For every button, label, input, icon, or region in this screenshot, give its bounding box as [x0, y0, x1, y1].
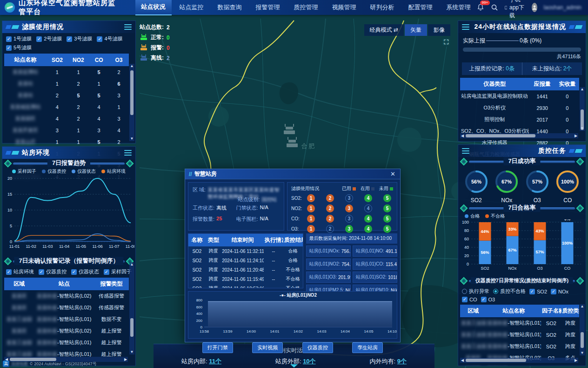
nav-item-站点状况[interactable]: 站点状况 — [135, 0, 172, 15]
abnormal-table-scrollbar[interactable]: ▲ ▼ — [580, 304, 585, 355]
bottom-stat-value[interactable]: 9个 — [397, 358, 407, 365]
factor-checkbox-NOx[interactable]: ✓NOx — [551, 289, 568, 294]
collapse-triangle-icon[interactable] — [290, 364, 298, 368]
nav-item-质控管理[interactable]: 质控管理 — [288, 0, 324, 15]
checkbox-label: O3 — [488, 297, 495, 302]
factor-checkbox-CO[interactable]: ✓CO — [462, 297, 477, 302]
nav-item-报警管理[interactable]: 报警管理 — [250, 0, 286, 15]
alarm-checkbox-仪器质控[interactable]: ✓仪器质控 — [39, 268, 67, 275]
abnormal-table-hscrollbar[interactable]: ◀ ▶ — [460, 358, 578, 363]
table-row[interactable]: 某某工业园某某街道-智慧站房(L01)SO2跨度 — [460, 341, 579, 352]
map-mode-经典模式 ⇄[interactable]: 经典模式 ⇄ — [364, 24, 404, 36]
legend-item-仪器状态[interactable]: 仪器状态 — [72, 168, 96, 175]
close-icon[interactable]: ✕ — [389, 170, 396, 177]
diamond-icon[interactable] — [576, 204, 584, 212]
diamond-icon[interactable] — [126, 160, 134, 168]
nav-item-数据查询[interactable]: 数据查询 — [212, 0, 248, 15]
diamond-icon[interactable] — [460, 158, 468, 166]
table-row[interactable]: 某某区某某街道-智慧站房(L02)传感器报警 — [4, 302, 129, 313]
modal-titlebar[interactable]: // 智慧站房 ✕ — [185, 169, 400, 179]
missing-stations-stat[interactable]: 未上报站点: 2个 — [522, 62, 582, 75]
alarm-checkbox-站房环境[interactable]: ✓站房环境 — [6, 268, 34, 275]
menu-icon[interactable] — [124, 23, 132, 31]
legend-swatch — [12, 170, 16, 173]
table-row[interactable]: SO2跨度2024-11-06 11:32:11--合格 — [188, 246, 303, 256]
table-row[interactable]: O3分析仪29300 — [460, 102, 579, 114]
table-row[interactable]: 某某监测站1152 — [4, 66, 129, 78]
qc-cell: SO2 — [188, 265, 206, 274]
table-row[interactable]: SO2跨度2024-11-06 10:53:19--不合格 — [188, 284, 303, 288]
table-row[interactable]: 站房电流监测及电源控制联动14410 — [460, 90, 579, 102]
legend-label: 仪器状态 — [77, 168, 96, 175]
nav-item-视频管理[interactable]: 视频管理 — [326, 0, 362, 15]
table-row[interactable]: 某某站1216 — [4, 78, 129, 89]
map-mode-影像[interactable]: 影像 — [428, 24, 450, 36]
filter-checkbox-5号滤膜[interactable]: ✓5号滤膜 — [6, 44, 32, 51]
nav-item-配置管理[interactable]: 配置管理 — [402, 0, 439, 15]
instrument-table-hscrollbar[interactable]: ◀ ▶ — [460, 133, 578, 138]
radio-执行异常[interactable]: 执行异常 — [462, 288, 489, 295]
nav-item-研判分析[interactable]: 研判分析 — [364, 0, 401, 15]
diamond-icon[interactable] — [4, 258, 12, 266]
table-row[interactable]: 某某区某某街道-智慧站房(L02)传感器报警 — [4, 290, 129, 302]
diamond-icon[interactable] — [4, 160, 12, 168]
table-row[interactable]: 某某工业园某某街道-智慧站房(L01)SO2跨度 — [460, 317, 579, 329]
menu-icon[interactable] — [462, 147, 469, 155]
alarm-checkbox-仪器状态[interactable]: ✓仪器状态 — [71, 268, 99, 275]
diamond-icon[interactable] — [460, 204, 468, 212]
filter-checkbox-4号滤膜[interactable]: ✓4号滤膜 — [97, 35, 122, 42]
app-download-link[interactable]: 手机app下载 — [505, 0, 525, 20]
filter-table-scrollbar[interactable]: ▲ ▼ — [129, 64, 134, 141]
alarm-checkbox-采样因子[interactable]: ✓采样因子 — [104, 268, 132, 275]
column-header: 区域 — [4, 278, 34, 290]
bottom-stat-value[interactable]: 11个 — [209, 358, 221, 365]
search-icon[interactable] — [491, 4, 498, 11]
table-row[interactable]: 某某园区4243 — [4, 113, 129, 124]
filter-checkbox-1号滤膜[interactable]: ✓1号滤膜 — [6, 35, 32, 42]
table-row[interactable]: SO2跨度2024-11-06 11:24:10--合格 — [188, 256, 303, 265]
table-row[interactable]: 某某区某某街道-智慧站房(L02)超上报警 — [4, 325, 129, 337]
diamond-icon[interactable] — [576, 158, 584, 166]
legend-item-仪器质控[interactable]: 仪器质控 — [42, 168, 66, 175]
notification-bell-icon[interactable]: 99+ — [477, 4, 484, 11]
table-row[interactable]: 某某工业园某某街道-智慧站房(L01)SO2跨度 — [460, 329, 579, 341]
diamond-icon[interactable] — [460, 277, 468, 285]
svg-text:80: 80 — [464, 228, 469, 233]
diamond-icon[interactable] — [576, 277, 584, 285]
filter-checkbox-3号滤膜[interactable]: ✓3号滤膜 — [67, 35, 92, 42]
radio-质控不合格[interactable]: 质控不合格 — [493, 288, 526, 295]
menu-icon[interactable] — [462, 23, 469, 31]
table-row[interactable]: 某某工业园某某街道-智慧站房(L01)超上报警 — [4, 348, 129, 358]
factor-checkbox-O3[interactable]: ✓O3 — [481, 297, 495, 302]
alarm-table: 区域站点报警类型某某区某某街道-智慧站房(L02)传感器报警某某区某某街道-智慧… — [2, 278, 135, 358]
legend-item-站房环境[interactable]: 站房环境 — [101, 168, 126, 175]
nav-item-系统管理[interactable]: 系统管理 — [441, 0, 477, 15]
filter-checkbox-2号滤膜[interactable]: ✓2号滤膜 — [36, 35, 62, 42]
nav-item-站点监控[interactable]: 站点监控 — [174, 0, 210, 15]
table-row[interactable]: SO2跨度2024-11-06 11:15:49--不合格 — [188, 274, 303, 284]
table-row[interactable]: SO2跨度2024-11-06 11:20:48--不合格 — [188, 265, 303, 274]
table-row[interactable]: 某某城监测站4241 — [4, 101, 129, 113]
factor-checkbox-SO2[interactable]: ✓SO2 — [529, 289, 547, 294]
table-row[interactable]: 照明控制20170 — [460, 114, 579, 125]
table-row[interactable]: 某某工业园某某街道-智慧站房(L01)超上报警 — [4, 337, 129, 348]
modal-button-实时视频[interactable]: 实时视频 — [252, 342, 283, 353]
table-row[interactable]: 某某工业园某某街道-智慧站房(L01)数据不变 — [4, 313, 129, 325]
map-mode-矢量[interactable]: 矢量 — [405, 24, 427, 36]
instrument-table-scrollbar[interactable]: ▲ ▼ — [580, 87, 585, 131]
legend-item-合格[interactable]: 合格 — [465, 213, 480, 219]
table-row[interactable]: 某某区某某街道-智慧站房(L02)SO2多点 — [460, 364, 579, 366]
alarm-table-scrollbar[interactable]: ▲ ▼ — [129, 262, 134, 354]
table-row[interactable]: 某某开发区3134 — [4, 124, 129, 136]
username[interactable]: laoshan_admin — [544, 4, 581, 11]
modal-button-孪生站房[interactable]: 孪生站房 — [352, 342, 383, 353]
legend-item-采样因子[interactable]: 采样因子 — [12, 168, 36, 175]
fullscreen-icon[interactable]: ⛶ — [444, 38, 448, 46]
modal-button-仪器质控[interactable]: 仪器质控 — [302, 342, 333, 353]
avatar[interactable] — [532, 3, 537, 12]
bottom-stat-value[interactable]: 10个 — [303, 358, 315, 365]
modal-button-打开门禁[interactable]: 打开门禁 — [202, 342, 233, 353]
table-row[interactable]: 某某站2553 — [4, 89, 129, 101]
menu-icon[interactable] — [124, 149, 132, 157]
legend-item-不合格[interactable]: 不合格 — [485, 213, 505, 219]
